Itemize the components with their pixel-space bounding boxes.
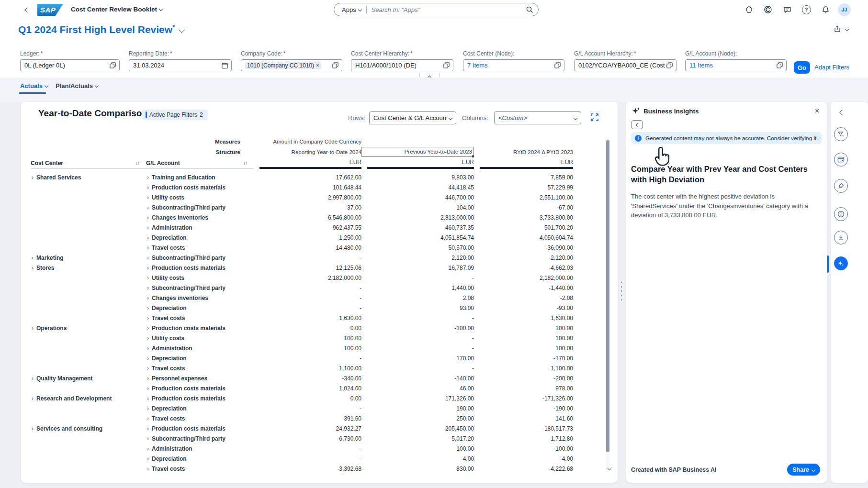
expand-icon[interactable]: ›: [31, 375, 34, 382]
tab-plan-actuals[interactable]: Plan/Actuals: [56, 82, 98, 89]
active-page-filters-badge[interactable]: Active Page Filters 2: [142, 110, 208, 120]
copilot-icon[interactable]: [761, 3, 775, 16]
cost-center-cell[interactable]: ›Stores: [31, 265, 146, 271]
gl-account-cell[interactable]: ›Production costs materials: [146, 265, 254, 271]
page-title[interactable]: Q1 2024 First High Level Review*: [18, 23, 184, 35]
cost-center-cell[interactable]: ›Operations: [31, 325, 146, 332]
expand-icon[interactable]: ›: [146, 395, 149, 402]
expand-icon[interactable]: ›: [146, 466, 149, 472]
company-code-input[interactable]: 1010 (Company CC 1010)×: [241, 59, 342, 71]
table-row[interactable]: ›Travel costs 391.60 250.00 141.60: [31, 413, 573, 423]
gl-account-cell[interactable]: ›Production costs materials: [146, 425, 254, 432]
table-row[interactable]: ›Travel costs 1,100.00 - 1,100.00: [31, 363, 573, 373]
table-scrollbar-thumb[interactable]: [606, 140, 609, 452]
gl-account-cell[interactable]: ›Production costs materials: [146, 385, 254, 392]
chevron-down-icon[interactable]: [358, 8, 361, 11]
gl-account-cell[interactable]: ›Subcontracting/Third party: [146, 255, 254, 261]
table-row[interactable]: ›Shared Services ›Training and Education…: [31, 172, 573, 182]
avatar[interactable]: JJ: [838, 3, 851, 16]
expand-icon[interactable]: ›: [146, 285, 149, 291]
gl-account-cell[interactable]: ›Travel costs: [146, 415, 254, 422]
export-button[interactable]: [833, 25, 848, 33]
expand-icon[interactable]: ›: [146, 315, 149, 322]
gl-account-cell[interactable]: ›Production costs materials: [146, 184, 254, 191]
table-row[interactable]: ›Changes inventories 6,546,800.00 2,813,…: [31, 212, 573, 222]
table-row[interactable]: ›Travel costs -3,392.68 830.00 -4,222.68: [31, 464, 573, 474]
search-scope-select[interactable]: Apps: [342, 6, 356, 13]
value-help-icon[interactable]: [776, 62, 783, 69]
value-help-icon[interactable]: [443, 62, 450, 69]
table-row[interactable]: ›Research and Development ›Production co…: [31, 393, 573, 403]
filter-insights-icon[interactable]: [834, 127, 848, 141]
panel-splitter-handle[interactable]: [620, 280, 623, 303]
expand-icon[interactable]: ›: [31, 255, 34, 261]
expand-icon[interactable]: ›: [146, 415, 149, 422]
table-row[interactable]: ›Depreciation - 4.00 -4.00: [31, 454, 573, 464]
gl-account-cell[interactable]: ›Travel costs: [146, 365, 254, 372]
cost-center-hierarchy-input[interactable]: H101/A000/1010 (DE): [351, 59, 453, 71]
gl-account-node-input[interactable]: 11 Items: [685, 59, 787, 71]
table-row[interactable]: ›Travel costs 1,630.00 - 1,630.00: [31, 313, 573, 323]
table-row[interactable]: ›Administration - 100.00 -100.00: [31, 444, 573, 454]
expand-icon[interactable]: ›: [146, 204, 149, 211]
table-row[interactable]: ›Depreciation 1,250.00 4,051,854.74 -4,0…: [31, 233, 573, 243]
expand-icon[interactable]: ›: [146, 445, 149, 452]
gl-account-cell[interactable]: ›Utility costs: [146, 335, 254, 342]
expand-icon[interactable]: ›: [146, 375, 149, 382]
expand-icon[interactable]: ›: [146, 365, 149, 372]
table-row[interactable]: ›Production costs materials 1,024.00 46.…: [31, 383, 573, 393]
sort-icon[interactable]: ↓↑: [135, 160, 146, 166]
table-row[interactable]: ›Subcontracting/Third party 37.00 104.00…: [31, 202, 573, 212]
table-row[interactable]: ›Administration 962,437.55 460,737.35 50…: [31, 222, 573, 233]
table-row[interactable]: ›Production costs materials 101,648.44 4…: [31, 182, 573, 192]
feedback-icon[interactable]: [742, 3, 755, 16]
back-button[interactable]: [23, 6, 29, 15]
expand-icon[interactable]: ›: [146, 184, 149, 191]
collapse-panel-icon[interactable]: [838, 109, 844, 117]
table-row[interactable]: ›Operations ›Production costs materials …: [31, 323, 573, 333]
gl-account-cell[interactable]: ›Travel costs: [146, 244, 254, 251]
gl-account-cell[interactable]: ›Administration: [146, 445, 254, 452]
ai-insights-icon-active[interactable]: [834, 256, 848, 270]
gl-account-cell[interactable]: ›Utility costs: [146, 275, 254, 281]
search-input[interactable]: Search In: "Apps": [372, 6, 526, 13]
expand-icon[interactable]: ›: [146, 325, 149, 332]
gl-account-cell[interactable]: ›Production costs materials: [146, 395, 254, 402]
chat-icon[interactable]: [780, 3, 794, 16]
filter-token[interactable]: 1010 (Company CC 1010)×: [245, 62, 321, 69]
table-row[interactable]: ›Stores ›Production costs materials 12,1…: [31, 263, 573, 273]
go-button[interactable]: Go: [794, 61, 810, 74]
column-previous-ytd-2023-selected[interactable]: Previous Year-to-Date 2023: [361, 147, 474, 157]
gl-account-cell[interactable]: ›Subcontracting/Third party: [146, 204, 254, 211]
rows-select[interactable]: Cost Center & G/L Account: [369, 111, 456, 124]
measures-value[interactable]: Amount in Company Code Currency: [254, 139, 361, 144]
cost-center-cell[interactable]: ›Quality Management: [31, 375, 146, 382]
gl-account-cell[interactable]: ›Travel costs: [146, 315, 254, 322]
table-row[interactable]: ›Services and consulting ›Production cos…: [31, 423, 573, 433]
expand-icon[interactable]: ›: [146, 405, 149, 412]
expand-icon[interactable]: ›: [146, 455, 149, 462]
gl-account-cell[interactable]: ›Changes inventories: [146, 295, 254, 301]
insights-back-button[interactable]: [631, 120, 643, 129]
value-help-icon[interactable]: [554, 62, 561, 69]
gl-account-cell[interactable]: ›Administration: [146, 345, 254, 352]
table-row[interactable]: ›Utility costs 2,997,800.00 446,700.00 2…: [31, 192, 573, 202]
expand-icon[interactable]: ›: [146, 355, 149, 362]
gl-account-cell[interactable]: ›Administration: [146, 224, 254, 231]
table-row[interactable]: ›Depreciation - 170.00 -170.00: [31, 353, 573, 363]
expand-icon[interactable]: ›: [31, 265, 34, 271]
expand-icon[interactable]: ›: [146, 255, 149, 261]
gl-account-cell[interactable]: ›Depreciation: [146, 355, 254, 362]
search-bar[interactable]: Apps Search In: "Apps": [334, 3, 539, 16]
expand-icon[interactable]: ›: [146, 425, 149, 432]
expand-icon[interactable]: ›: [146, 275, 149, 281]
table-row[interactable]: ›Depreciation - 190.00 -190.00: [31, 403, 573, 413]
fullscreen-icon[interactable]: [590, 113, 599, 122]
adapt-filters-link[interactable]: Adapt Filters: [814, 64, 849, 71]
cost-center-cell[interactable]: ›Shared Services: [31, 174, 146, 181]
expand-icon[interactable]: ›: [146, 295, 149, 301]
gl-account-cell[interactable]: ›Production costs materials: [146, 325, 254, 332]
table-row[interactable]: ›Utility costs 2,182,000.00 - 2,182,000.…: [31, 273, 573, 283]
gl-account-cell[interactable]: ›Utility costs: [146, 194, 254, 201]
help-icon[interactable]: ?: [800, 3, 813, 16]
